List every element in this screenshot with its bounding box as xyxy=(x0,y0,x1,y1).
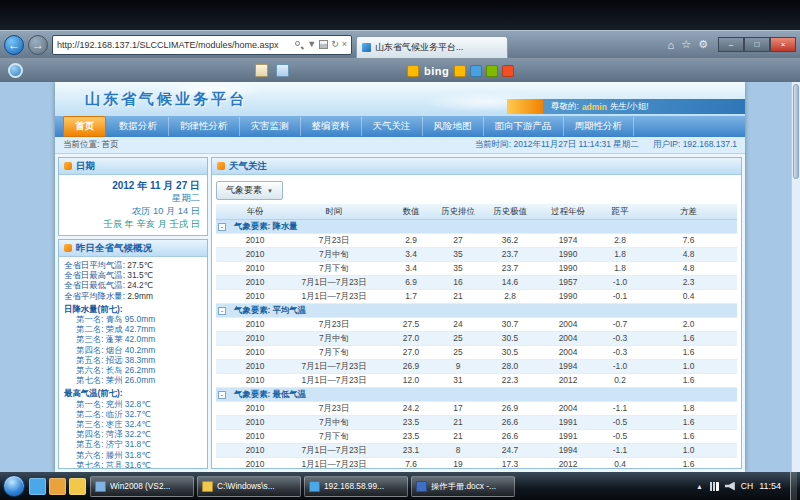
nav-item-1[interactable]: 首页 xyxy=(63,116,106,137)
search-icon[interactable] xyxy=(294,40,304,50)
back-button[interactable]: ← xyxy=(4,35,24,55)
word-document-icon xyxy=(416,481,427,492)
browser-tab[interactable]: 山东省气候业务平台... xyxy=(356,36,508,58)
taskbar: Win2008 (VS2...C:\Windows\s...192.168.58… xyxy=(0,472,800,500)
nav-item-3[interactable]: 韵律性分析 xyxy=(169,117,240,136)
main-body: 气象要素 ▼ 年份时间数值历史排位历史极值过程年份距平方差 -气象要素: 降水量… xyxy=(212,175,741,468)
collapse-icon[interactable]: - xyxy=(218,391,226,399)
bing-logo[interactable]: bing xyxy=(424,65,449,77)
summary-panel-title: 昨日全省气候概况 xyxy=(76,242,152,255)
internet-explorer-icon[interactable] xyxy=(29,478,46,495)
network-icon[interactable] xyxy=(709,482,719,491)
scrollbar-thumb[interactable] xyxy=(793,84,799,179)
date-line: 壬辰 年 辛亥 月 壬戌 日 xyxy=(66,218,200,231)
section-row[interactable]: -气象要素: 降水量 xyxy=(216,219,737,233)
column-header: 距平 xyxy=(600,204,640,219)
rank-item: 第二名: 荣成 42.7mm xyxy=(64,324,202,334)
minimize-button[interactable]: – xyxy=(718,37,744,52)
tray-expand-icon[interactable]: ▲ xyxy=(696,483,703,490)
quick-launch xyxy=(29,478,86,495)
nav-menu: 首页数据分析韵律性分析灾害监测整编资料天气关注风险地图面向下游产品周期性分析 xyxy=(55,116,745,137)
task-button-1[interactable]: Win2008 (VS2... xyxy=(90,476,194,497)
table-row: 20107月1日—7月23日6.91614.61957-1.02.3 xyxy=(216,275,737,289)
home-icon[interactable]: ⌂ xyxy=(668,39,675,51)
weather-watch-title: 天气关注 xyxy=(229,160,267,173)
task-button-2[interactable]: C:\Windows\s... xyxy=(197,476,301,497)
compatibility-view-icon[interactable] xyxy=(319,40,328,49)
table-head-row: 年份时间数值历史排位历史极值过程年份距平方差 xyxy=(216,204,737,219)
nav-item-4[interactable]: 灾害监测 xyxy=(240,117,301,136)
date-line: 星期二 xyxy=(66,192,200,205)
weather-icon xyxy=(217,162,225,170)
summary-panel-body: 全省日平均气温: 27.5℃全省日最高气温: 31.5℃全省日最低气温: 24.… xyxy=(59,257,207,468)
rank-item: 第四名: 烟台 40.2mm xyxy=(64,345,202,355)
rank-group-title: 日降水量(前七): xyxy=(64,304,202,314)
element-dropdown-label: 气象要素 xyxy=(226,184,262,197)
refresh-icon[interactable]: ↻ xyxy=(331,40,339,49)
system-tray: ▲ CH 11:54 xyxy=(691,481,786,491)
collapse-icon[interactable]: - xyxy=(218,307,226,315)
sidebar: 日期 2012 年 11 月 27 日星期二农历 10 月 14 日壬辰 年 辛… xyxy=(58,157,208,469)
page: 山东省气候业务平台 尊敬的: admin 先生/小姐! 首页数据分析韵律性分析灾… xyxy=(0,82,800,472)
start-button[interactable] xyxy=(3,475,25,497)
video-app-icon[interactable] xyxy=(486,65,498,77)
nav-item-9[interactable]: 周期性分析 xyxy=(564,117,635,136)
collapse-icon[interactable]: - xyxy=(218,223,226,231)
browser-logo-icon[interactable] xyxy=(8,63,23,78)
page-inner: 山东省气候业务平台 尊敬的: admin 先生/小姐! 首页数据分析韵律性分析灾… xyxy=(55,82,745,472)
rank-item: 第六名: 滕州 31.8℃ xyxy=(64,450,202,460)
favorites-star-icon[interactable]: ☆ xyxy=(681,38,691,51)
rank-item: 第二名: 临沂 32.7℃ xyxy=(64,409,202,419)
task-button-3[interactable]: 192.168.58.99... xyxy=(304,476,408,497)
magnifier-glass xyxy=(295,41,300,46)
greeting-accent xyxy=(507,99,543,114)
table-row: 20107月下旬27.02530.52004-0.31.6 xyxy=(216,345,737,359)
rank-item: 第三名: 枣庄 32.4℃ xyxy=(64,419,202,429)
date-line: 2012 年 11 月 27 日 xyxy=(66,179,200,192)
nav-item-7[interactable]: 风险地图 xyxy=(423,117,484,136)
document-icon[interactable] xyxy=(276,64,289,77)
nav-item-8[interactable]: 面向下游产品 xyxy=(484,117,564,136)
gear-icon[interactable]: ⚙ xyxy=(698,38,708,51)
window-controls: – □ × xyxy=(718,37,796,52)
media-player-icon[interactable] xyxy=(49,478,66,495)
address-bar[interactable]: http://192.168.137.1/SLCCLIMATE/modules/… xyxy=(52,35,352,55)
calendar-icon xyxy=(64,162,72,170)
close-button[interactable]: × xyxy=(770,37,796,52)
volume-icon[interactable] xyxy=(725,482,735,491)
nav-item-5[interactable]: 整编资料 xyxy=(301,117,362,136)
bing-b-icon[interactable] xyxy=(407,65,419,77)
clock[interactable]: 11:54 xyxy=(759,481,781,491)
messenger-app-icon[interactable] xyxy=(470,65,482,77)
rank-item: 第六名: 长岛 26.2mm xyxy=(64,365,202,375)
autocomplete-dropdown-icon[interactable]: ▼ xyxy=(307,40,316,49)
column-header: 历史排位 xyxy=(432,204,484,219)
nav-item-2[interactable]: 数据分析 xyxy=(108,117,169,136)
forward-button[interactable]: → xyxy=(28,35,48,55)
task-button-4[interactable]: 操作手册.docx -... xyxy=(411,476,515,497)
bing-app-icon[interactable] xyxy=(454,65,466,77)
folder-icon xyxy=(202,481,213,492)
info-right: 当前时间: 2012年11月27日 11:14:31 星期二 用户IP: 192… xyxy=(475,139,737,151)
show-desktop-button[interactable] xyxy=(790,472,797,500)
maximize-button[interactable]: □ xyxy=(744,37,770,52)
language-indicator[interactable]: CH xyxy=(741,481,753,491)
nav-item-6[interactable]: 天气关注 xyxy=(362,117,423,136)
table-row: 20101月1日—7月23日7.61917.320120.41.6 xyxy=(216,457,737,468)
section-row[interactable]: -气象要素: 平均气温 xyxy=(216,303,737,317)
section-row[interactable]: -气象要素: 最低气温 xyxy=(216,387,737,401)
mail-icon[interactable] xyxy=(255,64,268,77)
favorites-bar: bing xyxy=(0,58,800,82)
table-row: 20107月下旬3.43523.719901.84.8 xyxy=(216,261,737,275)
explorer-folder-icon[interactable] xyxy=(69,478,86,495)
rank-item: 第五名: 招远 38.3mm xyxy=(64,355,202,365)
mail-app-icon[interactable] xyxy=(502,65,514,77)
stop-icon[interactable]: × xyxy=(342,40,347,49)
weather-watch-header: 天气关注 xyxy=(212,158,741,175)
window-icon xyxy=(95,481,106,492)
browser-tools: ⌂ ☆ ⚙ xyxy=(668,38,708,51)
element-dropdown-button[interactable]: 气象要素 ▼ xyxy=(216,181,283,200)
page-scrollbar[interactable] xyxy=(791,82,800,472)
task-buttons: Win2008 (VS2...C:\Windows\s...192.168.58… xyxy=(90,476,515,497)
bing-toolbar: bing xyxy=(407,65,514,77)
